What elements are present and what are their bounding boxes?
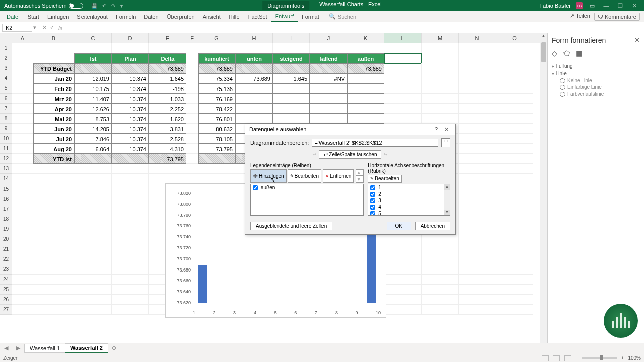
cell-N9[interactable] [459, 124, 496, 134]
cell-M7[interactable] [422, 104, 459, 114]
cell-D21[interactable] [112, 244, 149, 254]
cell-J4[interactable]: #NV [310, 73, 347, 83]
cat-checkbox[interactable] [370, 211, 375, 216]
save-icon[interactable]: 💾 [91, 3, 97, 9]
cell-B27[interactable] [33, 305, 74, 315]
tab-format[interactable]: Format [298, 12, 324, 21]
cell-D6[interactable]: 10.374 [112, 94, 149, 104]
cell-E2[interactable]: Delta [149, 53, 186, 63]
chart-range-input[interactable] [312, 139, 438, 147]
move-up-button[interactable]: ▲ [356, 169, 364, 176]
cell-L24[interactable] [384, 275, 422, 285]
cat-checkbox[interactable] [370, 205, 375, 210]
scroll-thumb[interactable] [541, 42, 546, 62]
section-line[interactable]: Linie [552, 70, 640, 77]
cell-C19[interactable] [74, 224, 112, 234]
cell-L27[interactable] [384, 305, 422, 315]
cell-N20[interactable] [459, 234, 496, 244]
cell-C22[interactable] [74, 254, 112, 264]
cell-B15[interactable] [33, 184, 74, 194]
cell-A3[interactable] [12, 63, 33, 73]
cell-J7[interactable] [310, 104, 347, 114]
cell-B21[interactable] [33, 244, 74, 254]
cell-B2[interactable] [33, 53, 74, 63]
row-header-12[interactable]: 12 [0, 154, 12, 164]
cell-K2[interactable]: außen [347, 53, 384, 63]
cell-A19[interactable] [12, 224, 33, 234]
column-header-E[interactable]: E [149, 33, 186, 43]
row-header-3[interactable]: 3 [0, 63, 12, 73]
sheet-nav-prev-icon[interactable]: ◀ [0, 345, 12, 351]
cell-C4[interactable]: 12.019 [74, 73, 112, 83]
redo-icon[interactable]: ↷ [111, 3, 115, 9]
cell-C11[interactable]: 6.064 [74, 144, 112, 154]
cell-L7[interactable] [384, 104, 422, 114]
cell-J1[interactable] [310, 43, 347, 53]
cell-I7[interactable] [273, 104, 310, 114]
cell-A8[interactable] [12, 114, 33, 124]
cell-O9[interactable] [496, 124, 533, 134]
cell-L3[interactable] [384, 63, 422, 73]
cell-O2[interactable] [496, 53, 533, 63]
section-fill[interactable]: Füllung [552, 62, 640, 70]
cell-A16[interactable] [12, 194, 33, 204]
cell-J3[interactable] [310, 63, 347, 73]
cell-M27[interactable] [422, 305, 459, 315]
row-header-16[interactable]: 16 [0, 194, 12, 204]
row-header-27[interactable]: 27 [0, 305, 12, 315]
cell-H2[interactable]: unten [235, 53, 273, 63]
cell-A2[interactable] [12, 53, 33, 63]
no-line-radio[interactable] [560, 78, 565, 83]
cell-O11[interactable] [496, 144, 533, 154]
spreadsheet-grid[interactable]: ABCDEFGHIJKLMNO 12IstPlanDeltakumuliertu… [0, 33, 547, 343]
cell-L23[interactable] [384, 264, 422, 275]
cell-F12[interactable] [186, 154, 198, 164]
cell-C2[interactable]: Ist [74, 53, 112, 63]
add-sheet-icon[interactable]: ⊕ [108, 345, 120, 351]
cell-C25[interactable] [74, 285, 112, 295]
cell-I6[interactable] [273, 94, 310, 104]
scroll-down-icon[interactable]: ▼ [444, 210, 450, 215]
cell-N18[interactable] [459, 214, 496, 224]
tab-ansicht[interactable]: Ansicht [199, 12, 225, 21]
row-header-17[interactable]: 17 [0, 204, 12, 214]
cell-F14[interactable] [186, 174, 198, 184]
cell-K4[interactable] [347, 73, 384, 83]
cell-O20[interactable] [496, 234, 533, 244]
cell-N12[interactable] [459, 154, 496, 164]
cell-D16[interactable] [112, 194, 149, 204]
gradient-line-radio[interactable] [560, 92, 565, 97]
cell-G6[interactable]: 76.169 [198, 94, 235, 104]
cell-O15[interactable] [496, 184, 533, 194]
autosave-toggle[interactable]: Automatisches Speichern [0, 3, 87, 9]
range-picker-icon[interactable]: ⬚ [441, 138, 450, 147]
cell-M23[interactable] [422, 264, 459, 275]
cell-E8[interactable]: -1.620 [149, 114, 186, 124]
cell-K3[interactable]: 73.689 [347, 63, 384, 73]
cell-D3[interactable] [112, 63, 149, 73]
cell-F10[interactable] [186, 134, 198, 144]
cell-A6[interactable] [12, 94, 33, 104]
cell-G13[interactable] [198, 164, 235, 174]
tab-daten[interactable]: Daten [140, 12, 163, 21]
cat-checkbox[interactable] [370, 198, 375, 203]
cell-A14[interactable] [12, 174, 33, 184]
cell-A4[interactable] [12, 73, 33, 83]
column-header-A[interactable]: A [12, 33, 33, 43]
cell-J6[interactable] [310, 94, 347, 104]
cell-L6[interactable] [384, 94, 422, 104]
cell-K7[interactable] [347, 104, 384, 114]
cell-G9[interactable]: 80.632 [198, 124, 235, 134]
cell-M8[interactable] [422, 114, 459, 124]
cell-N5[interactable] [459, 83, 496, 94]
cell-F4[interactable] [186, 73, 198, 83]
name-box[interactable]: K2 [2, 24, 32, 32]
cell-H6[interactable] [235, 94, 273, 104]
move-down-button[interactable]: ▼ [356, 176, 364, 183]
cell-B1[interactable] [33, 43, 74, 53]
cell-A18[interactable] [12, 214, 33, 224]
cell-D11[interactable]: 10.374 [112, 144, 149, 154]
cell-N4[interactable] [459, 73, 496, 83]
cell-O25[interactable] [496, 285, 533, 295]
cell-A24[interactable] [12, 275, 33, 285]
